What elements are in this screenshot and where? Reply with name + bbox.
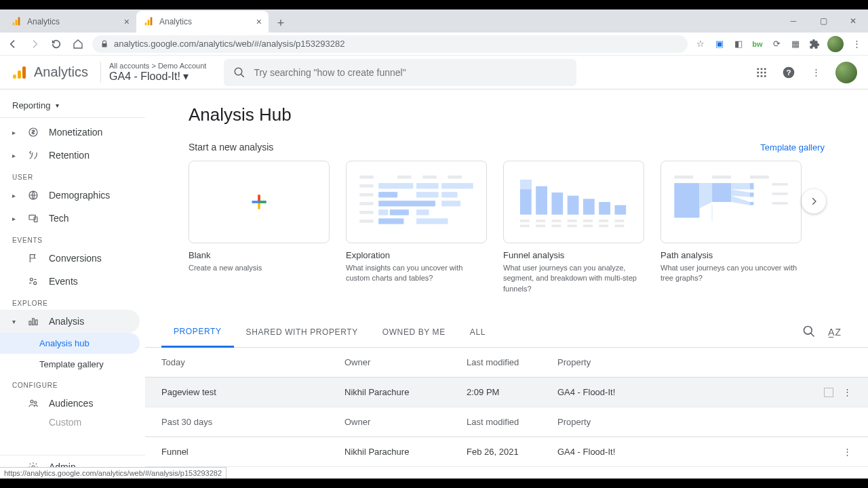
sidebar-item-label: Tech	[49, 213, 69, 224]
ext-icon[interactable]: ▦	[789, 38, 802, 50]
events-icon	[27, 275, 39, 287]
url-text: analytics.google.com/analytics/web/#/ana…	[114, 39, 344, 49]
svg-rect-40	[448, 176, 462, 179]
window-minimize-button[interactable]: ─	[778, 9, 808, 33]
svg-rect-36	[259, 201, 267, 203]
tab-owned[interactable]: OWNED BY ME	[370, 318, 458, 346]
sidebar-item-analysis[interactable]: ▾ Analysis	[0, 310, 140, 333]
help-icon[interactable]: ?	[781, 65, 796, 80]
reporting-dropdown[interactable]: Reporting ▾	[0, 96, 145, 115]
ext-icon[interactable]: bw	[751, 38, 764, 50]
analytics-logo[interactable]: Analytics	[11, 64, 88, 81]
new-tab-button[interactable]: +	[271, 14, 290, 33]
svg-point-11	[761, 68, 763, 70]
sidebar-sub-template-gallery[interactable]: Template gallery	[0, 354, 140, 375]
svg-rect-88	[750, 202, 754, 205]
svg-rect-91	[772, 192, 787, 195]
card-blank[interactable]: Blank Create a new analysis	[189, 161, 330, 294]
account-switcher[interactable]: All accounts > Demo Account GA4 - Flood-…	[100, 62, 206, 83]
sidebar-item-label: Conversions	[49, 253, 102, 264]
share-icon[interactable]	[824, 388, 833, 397]
window-close-button[interactable]: ✕	[838, 9, 868, 33]
browser-tab[interactable]: Analytics ×	[4, 11, 136, 33]
table-search-icon[interactable]	[802, 325, 816, 340]
svg-point-15	[764, 71, 766, 73]
chevron-right-icon: ▸	[12, 215, 18, 222]
apps-icon[interactable]	[754, 65, 769, 80]
sidebar-item-label: Demographics	[49, 190, 110, 201]
search-input[interactable]	[254, 67, 567, 78]
col-modified: Last modified	[467, 417, 557, 427]
svg-rect-56	[359, 220, 373, 223]
ext-icon[interactable]: ▣	[713, 38, 726, 50]
sidebar-item-demographics[interactable]: ▸ Demographics	[0, 184, 140, 207]
tab-property[interactable]: PROPERTY	[161, 317, 234, 348]
search-bar[interactable]	[224, 59, 576, 86]
table-row[interactable]: Funnel Nikhil Parachure Feb 26, 2021 GA4…	[145, 437, 868, 467]
carousel-next-button[interactable]	[802, 189, 826, 214]
browser-profile-avatar[interactable]	[827, 36, 844, 52]
card-path[interactable]: Path analysis What user journeys can you…	[660, 161, 802, 294]
sidebar-item-conversions[interactable]: ▸ Conversions	[0, 247, 140, 270]
svg-point-25	[30, 278, 33, 281]
forward-button[interactable]	[27, 37, 42, 52]
svg-rect-0	[13, 22, 15, 25]
tab-title: Analytics	[27, 17, 119, 26]
svg-rect-52	[359, 211, 373, 214]
svg-rect-62	[551, 192, 563, 215]
ext-icon[interactable]: ◧	[732, 38, 745, 50]
col-owner: Owner	[344, 357, 467, 367]
tab-all[interactable]: ALL	[458, 318, 498, 346]
svg-rect-43	[416, 183, 439, 188]
browser-tab-active[interactable]: Analytics ×	[136, 11, 269, 33]
col-owner: Owner	[344, 417, 467, 427]
back-button[interactable]	[5, 37, 20, 52]
row-property: GA4 - Flood-It!	[557, 387, 811, 397]
template-gallery-link[interactable]: Template gallery	[760, 142, 825, 152]
sort-icon[interactable]: A̲Z	[828, 327, 841, 338]
sidebar-item-label: Events	[49, 276, 78, 287]
row-menu-icon[interactable]: ⋮	[843, 387, 852, 397]
sidebar-item-monetization[interactable]: ▸ Monetization	[0, 121, 140, 144]
user-avatar[interactable]	[835, 62, 857, 83]
extensions-icon[interactable]	[808, 38, 821, 50]
star-icon[interactable]: ☆	[694, 38, 707, 50]
sidebar-item-audiences[interactable]: ▸ Audiences	[0, 392, 140, 415]
row-menu-icon[interactable]: ⋮	[843, 476, 852, 479]
sidebar-sub-analysis-hub[interactable]: Analysis hub	[0, 333, 140, 354]
sidebar-section-configure: CONFIGURE	[0, 375, 145, 392]
table-row[interactable]: Untitled Analysis Nikhil Parachure Feb 2…	[145, 467, 868, 479]
window-maximize-button[interactable]: ▢	[808, 9, 838, 33]
svg-rect-64	[583, 199, 595, 214]
svg-rect-76	[551, 224, 561, 227]
main-content: Analysis Hub Start a new analysis Templa…	[145, 89, 868, 479]
table-row[interactable]: Pageview test Nikhil Parachure 2:09 PM G…	[145, 378, 868, 407]
sidebar-item-custom[interactable]: ▸ Custom	[0, 415, 140, 428]
ext-icon[interactable]: ⟳	[770, 38, 783, 50]
chevron-right-icon: ▸	[12, 129, 18, 136]
sidebar-item-retention[interactable]: ▸ Retention	[0, 144, 140, 167]
row-menu-icon[interactable]: ⋮	[843, 447, 852, 457]
svg-point-10	[757, 68, 759, 70]
home-button[interactable]	[71, 37, 85, 52]
tab-close-icon[interactable]: ×	[124, 16, 130, 27]
svg-rect-53	[378, 209, 388, 215]
svg-rect-54	[390, 209, 409, 215]
browser-menu-icon[interactable]: ⋮	[850, 38, 863, 50]
sidebar-item-events[interactable]: ▸ Events	[0, 270, 140, 293]
tab-shared[interactable]: SHARED WITH PROPERTY	[234, 318, 370, 346]
address-bar[interactable]: analytics.google.com/analytics/web/#/ana…	[92, 35, 688, 53]
reload-button[interactable]	[49, 37, 64, 52]
sidebar-item-tech[interactable]: ▸ Tech	[0, 207, 140, 230]
analysis-table: PROPERTY SHARED WITH PROPERTY OWNED BY M…	[145, 317, 868, 479]
tab-close-icon[interactable]: ×	[256, 16, 262, 27]
svg-rect-49	[359, 202, 373, 205]
card-funnel[interactable]: Funnel analysis What user journeys can y…	[503, 161, 644, 294]
svg-rect-48	[441, 192, 457, 197]
row-property: GA4 - Flood-It!	[557, 476, 811, 479]
sidebar-item-label: Analysis	[49, 316, 84, 327]
card-exploration[interactable]: Exploration What insights can you uncove…	[346, 161, 487, 294]
more-icon[interactable]: ⋮	[808, 65, 823, 80]
audiences-icon	[27, 397, 39, 409]
svg-point-13	[757, 71, 759, 73]
